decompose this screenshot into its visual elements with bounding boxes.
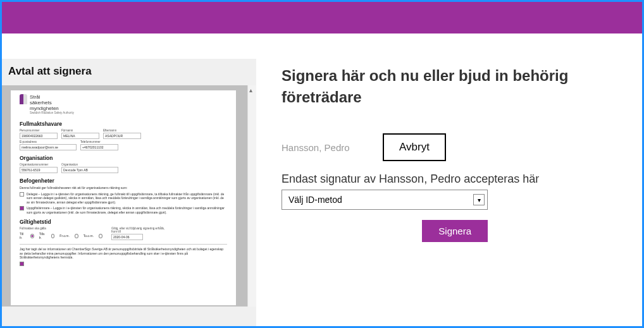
tel-label: Telefonnummer [80, 140, 118, 143]
gilt-opt2: Tills fr. [39, 232, 46, 240]
gilt-radio1 [30, 234, 34, 238]
doc-footer: Jag har tagit del av informationen att C… [20, 247, 227, 260]
em-val: melina.asadpour@ssm.se [20, 144, 77, 150]
left-panel: Avtal att signera Strål säkerhets myndig… [2, 59, 256, 326]
document-page: Strål säkerhets myndigheten Swedish Radi… [11, 90, 236, 305]
gilt-opt3: Fr.o.m. [59, 234, 70, 238]
gilt-opt4: To.o.m. [84, 234, 94, 238]
pn-label: Personnummer [20, 129, 58, 132]
doc-separator [20, 244, 227, 245]
brand-sub: Swedish Radiation Safety Authority [30, 111, 74, 114]
tel-val: +46702011102 [80, 144, 118, 150]
main-content: Avtal att signera Strål säkerhets myndig… [2, 33, 642, 326]
gilt-right-label: Giltig, eller vid följdvarig signering e… [111, 227, 168, 233]
sign-title: Signera här och nu eller bjud in behörig… [282, 65, 598, 108]
bef-item1: Delegat – Logga in i e-tjänsten för orga… [27, 192, 227, 205]
right-panel: Signera här och nu eller bjud in behörig… [256, 59, 642, 326]
em-label: E-postadress [20, 140, 77, 143]
fn-val: MELINA [61, 133, 99, 139]
gilt-radio2 [51, 234, 55, 238]
top-bar [2, 2, 642, 33]
footer-check [20, 262, 24, 266]
id-method-placeholder: Välj ID-metod [288, 195, 342, 205]
signer-name: Hansson, Pedro [282, 142, 383, 153]
orgn-label: Organisation [61, 163, 118, 166]
chevron-down-icon: ▾ [473, 194, 485, 205]
bef-check2 [20, 206, 24, 210]
signer-row: Hansson, Pedro Avbryt [282, 133, 623, 161]
gilt-date: 2020-04-06 [111, 234, 143, 240]
org-val: 556761-6519 [20, 167, 58, 173]
brand-line3: myndigheten [30, 106, 74, 111]
document-viewer: Strål säkerhets myndigheten Swedish Radi… [2, 85, 256, 307]
gilt-radio3 [75, 234, 78, 238]
document-page-wrap[interactable]: Strål säkerhets myndigheten Swedish Radi… [2, 85, 247, 307]
org-label: Organisationsnummer [20, 163, 58, 166]
bef-item2: Uppgiftslämnare – Logga in i e-tjänsten … [27, 206, 227, 214]
gilt-label: Fullmakten ska gälla [20, 227, 102, 230]
doc-h4: Giltighetstid [20, 219, 227, 225]
gilt-opt1: Till fr. [20, 232, 25, 240]
doc-h1: Fullmaktshavare [20, 121, 227, 127]
fn-label: Förnamn [61, 129, 99, 132]
agreement-title: Avtal att signera [2, 59, 256, 85]
id-method-select[interactable]: Välj ID-metod ▾ [282, 190, 488, 210]
scroll-up-icon[interactable]: ▴ [249, 87, 252, 94]
gilt-radio4 [99, 234, 102, 238]
doc-scrollbar[interactable]: ▴ [247, 85, 256, 307]
bef-check1 [20, 192, 24, 197]
pn-val: 196904022663 [20, 133, 58, 139]
cancel-button[interactable]: Avbryt [383, 133, 446, 161]
brand-line2: säkerhets [30, 100, 74, 106]
brand-line1: Strål [30, 94, 74, 100]
en-label: Efternamn [103, 129, 141, 132]
en-val: ASADPOUR [103, 133, 141, 139]
brand-logo-icon [20, 94, 27, 104]
bef-intro: Denna fullmakt ger fullmaktshavaren rätt… [20, 186, 227, 190]
doc-h2: Organisation [20, 155, 227, 161]
accept-line: Endast signatur av Hansson, Pedro accept… [282, 173, 623, 186]
doc-h3: Befogenheter [20, 178, 227, 184]
orgn-val: Devcode Tpm AB [61, 167, 118, 173]
sign-button[interactable]: Signera [422, 220, 488, 242]
brand-row: Strål säkerhets myndigheten Swedish Radi… [20, 94, 227, 114]
